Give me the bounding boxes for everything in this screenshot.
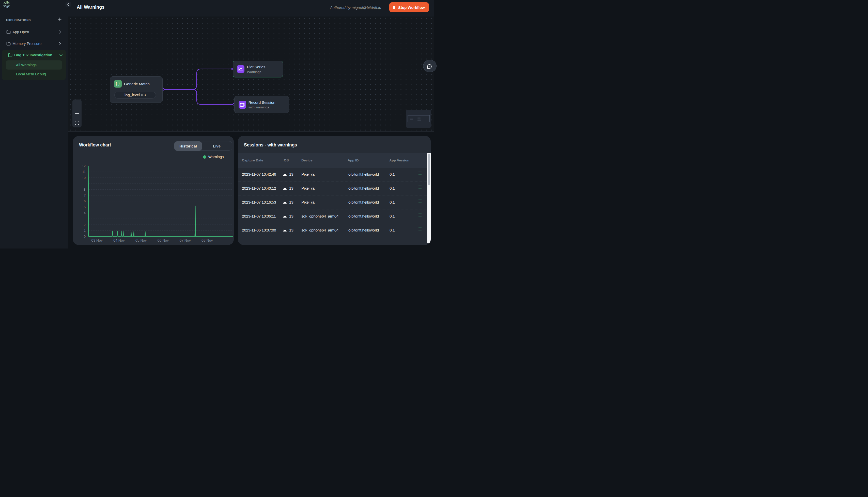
svg-text:1: 1	[84, 229, 86, 232]
svg-text:5: 5	[84, 205, 86, 209]
svg-text:0: 0	[84, 235, 86, 238]
svg-text:08 Nov: 08 Nov	[202, 238, 213, 242]
svg-text:12: 12	[82, 164, 86, 168]
svg-text:6: 6	[84, 199, 86, 203]
svg-text:4: 4	[84, 211, 86, 215]
svg-text:8: 8	[84, 188, 86, 191]
svg-text:11: 11	[82, 170, 86, 174]
svg-text:2: 2	[84, 223, 86, 226]
svg-text:05 Nov: 05 Nov	[135, 238, 147, 242]
svg-text:06 Nov: 06 Nov	[157, 238, 169, 242]
svg-text:10: 10	[82, 176, 86, 180]
svg-text:7: 7	[84, 194, 86, 197]
svg-text:07 Nov: 07 Nov	[179, 238, 191, 242]
svg-text:03 Nov: 03 Nov	[92, 238, 103, 242]
svg-text:04 Nov: 04 Nov	[113, 238, 124, 242]
